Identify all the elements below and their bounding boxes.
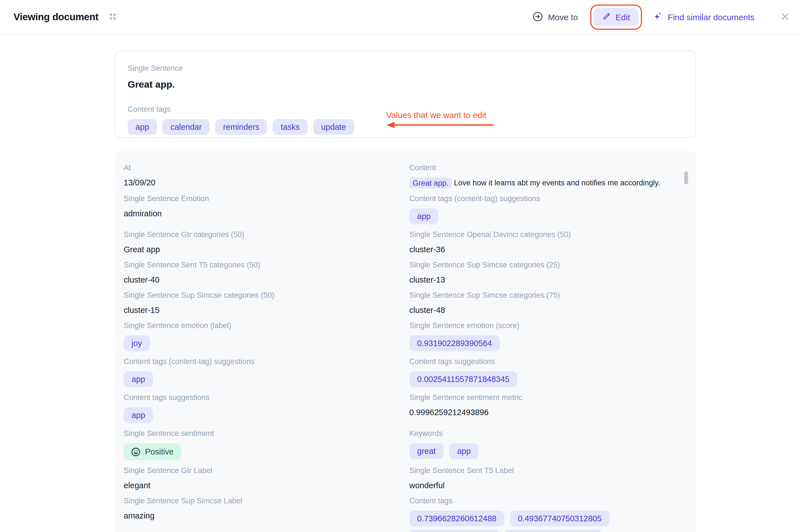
tag-row: joy [124,335,400,351]
field-value: 0.9996259212493896 [409,408,686,417]
field-label: At [124,164,400,172]
field-value: cluster-13 [409,275,686,285]
expand-icon [109,12,117,22]
page-title: Viewing document [14,11,98,23]
find-similar-button[interactable]: Find similar documents [651,7,756,27]
tag-badge: app [128,119,157,135]
tag-badge: great [409,443,443,459]
content-text: Great app. Love how it learns abt my eve… [409,178,686,188]
field-label: Content tags suggestions [409,357,686,366]
field-label: Single Sentence Sent T5 categories (50) [124,261,400,270]
details-grid: At13/09/20ContentGreat app. Love how it … [115,151,696,532]
tag-badge: 0.7396628260612488 [409,511,504,526]
close-button[interactable] [779,11,791,24]
field-value: Great app [124,245,400,254]
field-value: admiration [124,209,400,218]
tag-badge: reminders [215,119,267,135]
field: At13/09/20 [124,164,400,188]
details-panel: At13/09/20ContentGreat app. Love how it … [115,151,696,532]
close-icon [781,12,789,22]
move-to-label: Move to [548,12,578,22]
field-value: cluster-48 [409,306,686,315]
move-to-button[interactable]: Move to [531,7,579,27]
left-arrow-icon [386,121,494,129]
tag-badge: app [124,407,153,423]
field: Single Sentence Sent T5 categories (50)c… [124,261,400,285]
tag-badge: tasks [273,119,308,135]
edit-pencil-icon [602,12,611,22]
header-left: Viewing document [14,11,118,23]
field-value: elegant [124,481,400,490]
field: Single Sentence Gtr Labelelegant [124,466,400,490]
tag-badge: app [409,208,438,224]
tag-row: app [124,407,400,423]
edit-button[interactable]: Edit [594,8,639,26]
field: Content tags suggestions0.00254115578718… [409,357,686,387]
field: Single Sentence Sent T5 Labelwonderful [409,466,686,490]
tag-row: greatapp [409,443,686,459]
sentiment-badge: Positive [124,443,181,460]
edit-values-annotation: Values that we want to edit [386,110,494,129]
field-label: Single Sentence Sup Simcse categories (2… [409,261,686,270]
field: Single Sentence emotion (score)0.9319022… [409,321,686,351]
field: ContentGreat app. Love how it learns abt… [409,164,686,188]
tag-badge: 0.49367740750312805 [510,511,610,526]
field-label: Single Sentence sentiment [124,429,400,438]
header: Viewing document Move to [0,0,800,35]
edit-label: Edit [616,12,630,22]
field-label: Single Sentence Gtr categories (50) [124,230,400,239]
field-value: cluster-36 [409,245,686,254]
field: Single Sentence sentiment metric0.999625… [409,393,686,423]
tag-row: 0.73966282606124880.49367740750312805 [409,511,686,526]
tag-row: app [124,371,400,387]
field: Single Sentence Gtr categories (50)Great… [124,230,400,254]
field-label: Content [409,164,686,172]
field-label: Content tags (content-tag) suggestions [409,194,686,203]
field-label: Single Sentence sentiment metric [409,393,686,402]
tag-row: 0.0025411557871848345 [409,371,686,387]
field-value: 13/09/20 [124,178,400,188]
field-label: Keywords [409,429,686,438]
field: Single Sentence Sup Simcse categories (7… [409,291,686,315]
tag-badge-clipped [409,530,499,532]
tag-row: app [409,208,686,224]
field: Single Sentence Sup Simcse Labelamazing [124,497,400,532]
field-label: Single Sentence emotion (score) [409,321,686,330]
field: Single Sentence Sup Simcse categories (5… [124,291,400,315]
document-card: Single Sentence Great app. Content tags … [115,51,696,138]
field-label: Content tags suggestions [124,393,400,402]
sentence-text: Great app. [128,79,683,91]
field: Single Sentence emotion (label)joy [124,321,400,351]
move-to-arrow-circle-icon [532,11,543,23]
sparkle-icon [652,11,663,23]
field: Content tags (content-tag) suggestionsap… [409,194,686,224]
viewing-document-modal: Viewing document Move to [0,0,800,532]
content-highlight: Great app. [409,177,452,188]
field: Content tags0.73966282606124880.49367740… [409,497,686,532]
smiley-icon [131,447,141,456]
field: Single Sentence Sup Simcse categories (2… [409,261,686,285]
field-label: Single Sentence Sup Simcse categories (7… [409,291,686,300]
scrollbar-thumb[interactable] [684,171,688,184]
field-label: Single Sentence Sup Simcse Label [124,497,400,506]
annotation-text: Values that we want to edit [386,110,494,120]
tag-badge: app [449,443,478,459]
field-value: amazing [124,511,400,521]
field: Keywordsgreatapp [409,429,686,460]
sentence-label: Single Sentence [128,64,683,73]
header-actions: Move to Edit [531,4,791,30]
tag-badge: 0.0025411557871848345 [409,371,517,387]
field-value: wonderful [409,481,686,490]
expand-button[interactable] [107,11,118,23]
tag-badge: update [313,119,354,135]
field-label: Single Sentence Openai Davinci categorie… [409,230,686,239]
field-label: Single Sentence Sup Simcse categories (5… [124,291,400,300]
field: Single Sentence Emotionadmiration [124,194,400,224]
field-label: Content tags (content-tag) suggestions [124,357,400,366]
tag-badge: app [124,371,153,387]
field: Content tags (content-tag) suggestionsap… [124,357,400,387]
field-value: cluster-40 [124,275,400,285]
field: Single Sentence Openai Davinci categorie… [409,230,686,254]
field-label: Content tags [409,497,686,506]
field-label: Single Sentence Gtr Label [124,466,400,475]
